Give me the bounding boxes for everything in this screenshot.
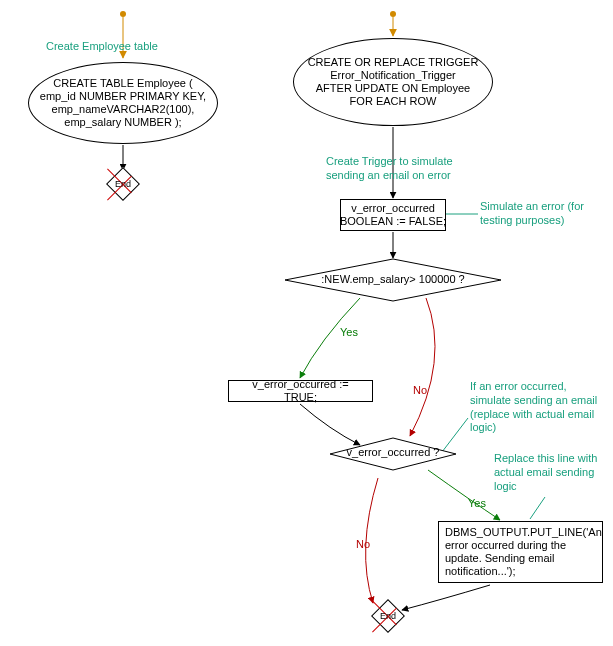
right-cond1-label: :NEW.emp_salary> 100000 ? (283, 260, 503, 300)
left-start-annotation: Create Employee table (46, 40, 158, 54)
flowchart-canvas: Create Employee table CREATE TABLE Emplo… (0, 0, 613, 646)
right-cond2-annotation: If an error occurred, simulate sending a… (470, 380, 597, 435)
ellipse-text: CREATE TABLE Employee ( emp_id NUMBER PR… (40, 77, 206, 130)
right-cond2-diamond: v_error_occurred ? (378, 438, 408, 468)
right-cond2-label: v_error_occurred ? (328, 438, 458, 468)
right-output-annotation: Replace this line with actual email send… (494, 452, 597, 493)
cond1-yes-label: Yes (340, 326, 358, 338)
svg-line-9 (530, 497, 545, 519)
left-end-label: End (111, 172, 135, 196)
left-end-node: End (111, 172, 135, 196)
svg-point-3 (390, 11, 396, 17)
right-declare-box: v_error_occurred BOOLEAN := FALSE; (340, 199, 446, 231)
svg-point-0 (120, 11, 126, 17)
right-end-node: End (376, 604, 400, 628)
right-declare-annotation: Simulate an error (for testing purposes) (480, 200, 584, 228)
ellipse-text: CREATE OR REPLACE TRIGGER Error_Notifica… (308, 56, 479, 109)
cond2-no-label: No (356, 538, 370, 550)
right-cond1-diamond: :NEW.emp_salary> 100000 ? (373, 260, 413, 300)
right-create-trigger-annotation: Create Trigger to simulate sending an em… (326, 155, 453, 183)
left-create-table-ellipse: CREATE TABLE Employee ( emp_id NUMBER PR… (28, 62, 218, 144)
right-end-label: End (376, 604, 400, 628)
right-set-true-box: v_error_occurred := TRUE; (228, 380, 373, 402)
right-trigger-ellipse: CREATE OR REPLACE TRIGGER Error_Notifica… (293, 38, 493, 126)
cond1-no-label: No (413, 384, 427, 396)
cond2-yes-label: Yes (468, 497, 486, 509)
right-output-box: DBMS_OUTPUT.PUT_LINE('An error occurred … (438, 521, 603, 583)
